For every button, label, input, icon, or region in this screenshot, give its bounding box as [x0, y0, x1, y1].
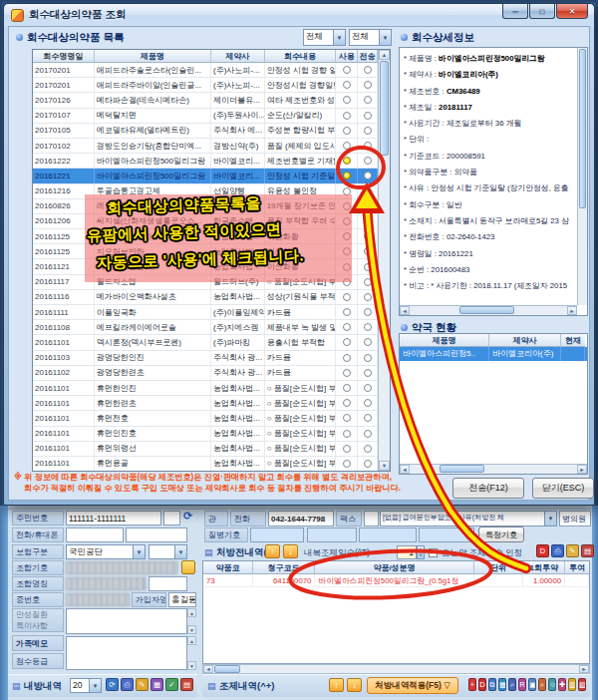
send-radio[interactable]: [364, 202, 372, 210]
recall-row[interactable]: 20170107메덕탈지면(주)두원사이...순도(산/알칼리): [33, 109, 378, 124]
org-phone-field[interactable]: 042-1644-7798: [268, 511, 334, 526]
arrow-up-icon[interactable]: ↑: [265, 544, 280, 558]
send-radio[interactable]: [364, 308, 372, 316]
arrow-up-icon[interactable]: ↑: [329, 678, 344, 692]
add-icon[interactable]: +: [468, 678, 476, 691]
disease-field-1[interactable]: [250, 527, 304, 542]
window-icon[interactable]: ▣: [528, 678, 536, 691]
use-radio[interactable]: [343, 142, 351, 150]
close-button[interactable]: ✕: [556, 4, 588, 19]
rx-hscroll-thumb[interactable]: [214, 665, 240, 673]
send-radio[interactable]: [364, 157, 372, 165]
recall-row[interactable]: 20170126메타파손겔(데속시메타손)제이더블유...여타 제조번호와 성상…: [33, 93, 378, 108]
recall-row[interactable]: 20161102광명당한련초주식회사 광...카드뮴: [33, 366, 378, 381]
scroll-left-icon[interactable]: ◄: [400, 465, 410, 474]
chevron-down-icon[interactable]: ▼: [544, 512, 556, 525]
chronic-textarea[interactable]: [66, 608, 187, 634]
dur-check-icon[interactable]: R: [518, 678, 526, 691]
send-radio[interactable]: [364, 369, 372, 377]
recall-row[interactable]: 20170105에코델타유제(델타메트린)주식회사 에...주성분 함량시험 부…: [33, 124, 378, 139]
disease-field-2[interactable]: [307, 527, 357, 542]
recall-vscroll-thumb[interactable]: [380, 61, 389, 156]
note-icon[interactable]: ✎: [136, 678, 149, 691]
print-icon[interactable]: ⎙: [121, 678, 134, 691]
refresh-icon[interactable]: ⟳: [183, 510, 192, 523]
send-radio[interactable]: [364, 232, 372, 240]
person-icon[interactable]: ☺: [548, 678, 556, 691]
scroll-right-icon[interactable]: ►: [567, 306, 577, 315]
bag-icon[interactable]: ▧: [578, 678, 586, 691]
send-radio[interactable]: [364, 217, 372, 225]
recall-row[interactable]: 20161101휴먼인진호농업회사법...○ 품질[순도시험] 부...: [33, 427, 378, 442]
recall-row[interactable]: 20161101휴먼전호농업회사법...○ 품질[순도시험] 부...: [33, 411, 378, 426]
pharmacy-hscrollbar[interactable]: ◄ ►: [400, 464, 587, 474]
close-esc-button[interactable]: 닫기(ESC): [532, 478, 594, 499]
send-button[interactable]: 전송(F12): [452, 478, 524, 499]
minimize-button[interactable]: ─: [502, 4, 528, 19]
send-radio[interactable]: [364, 384, 372, 392]
filter-combo-2[interactable]: 전체▼: [349, 29, 392, 46]
printer-icon[interactable]: ⎙: [551, 544, 564, 557]
recall-row[interactable]: 20161108에프킬라케이에어로솔(주)지에스켐제품내부 녹 발생 및 ...: [33, 320, 378, 335]
use-radio[interactable]: [343, 399, 351, 407]
insurance-combo[interactable]: 국민공단▼: [66, 544, 146, 559]
use-radio[interactable]: [343, 172, 351, 179]
clipboard-icon[interactable]: ▤: [180, 678, 193, 691]
send-radio[interactable]: [364, 338, 372, 346]
detail-vscroll-thumb[interactable]: [579, 49, 586, 208]
recall-row[interactable]: 20161101휴먼용골농업회사법...○ 품질[순도시험] 부...: [33, 457, 378, 471]
send-radio[interactable]: [364, 142, 372, 150]
recall-row[interactable]: 20161101휴먼한인진농업회사법...○ 품질[순도시험] 부...: [33, 381, 378, 396]
detail-hscroll-thumb[interactable]: [459, 306, 514, 314]
apply-rx-button[interactable]: 처방내역적용(F5) ▽: [367, 677, 458, 694]
recall-vscrollbar[interactable]: ▲ ▼: [378, 50, 390, 471]
chevron-down-icon[interactable]: ▼: [89, 679, 101, 692]
chevron-down-icon[interactable]: ▼: [379, 30, 391, 45]
scroll-right-icon[interactable]: ►: [577, 465, 587, 474]
recall-row[interactable]: 20161103광명당한인진주식회사 광...카드뮴: [33, 351, 378, 366]
scroll-up-icon[interactable]: ▲: [379, 50, 390, 60]
note-icon[interactable]: [181, 560, 195, 574]
use-radio[interactable]: [343, 112, 351, 120]
recall-row[interactable]: 20161222바이엘아스피린정500밀리그람바이엘코리...제조번호별로 기재…: [33, 154, 378, 169]
use-radio[interactable]: [343, 308, 351, 316]
send-radio[interactable]: [364, 430, 372, 438]
recall-row[interactable]: 20170201애피드라주솔로스타(인슐린...(주)사노피-...안정성 시험…: [33, 63, 378, 78]
use-radio[interactable]: [343, 81, 351, 89]
send-radio[interactable]: [364, 414, 372, 422]
chevron-down-icon[interactable]: ▼: [133, 545, 145, 558]
arrow-down-icon[interactable]: ↓: [283, 544, 298, 558]
send-radio[interactable]: [364, 399, 372, 407]
jumin-field[interactable]: 111111-1111111: [66, 511, 161, 525]
use-radio[interactable]: [343, 414, 351, 422]
visit-count-combo[interactable]: 20▼: [70, 678, 102, 693]
recall-row[interactable]: 20170201애피드라주바이알(인슐린글...(주)사노피-...안정성시험 …: [33, 78, 378, 93]
memo-icon[interactable]: ✎: [566, 544, 579, 557]
use-radio[interactable]: [343, 430, 351, 438]
scroll-left-icon[interactable]: ◄: [400, 306, 410, 315]
cert-number-field-redacted[interactable]: [66, 593, 130, 606]
refresh-icon[interactable]: ⟳: [106, 678, 119, 691]
arrow-down-icon[interactable]: ↓: [347, 678, 362, 692]
filter-combo-1[interactable]: 전체▼: [303, 29, 346, 46]
scroll-up-icon[interactable]: ▲: [187, 608, 196, 617]
recall-row[interactable]: 20161101덱시론정(덱시부프로펜)(주)파마킹용출시험 부적합: [33, 335, 378, 350]
edit-icon[interactable]: ✓: [165, 678, 178, 691]
union-name-field-2[interactable]: [149, 576, 187, 591]
send-radio[interactable]: [364, 445, 372, 453]
use-radio[interactable]: [343, 323, 351, 331]
recall-row[interactable]: 20161101휴먼위령선농업회사법...○ 품질[순도시험] 부...: [33, 442, 378, 457]
scroll-up-icon[interactable]: ▲: [187, 636, 196, 645]
phone-field-1[interactable]: [66, 527, 124, 542]
scroll-down-icon[interactable]: ▼: [379, 461, 390, 471]
detail-hscrollbar[interactable]: ◄ ►: [400, 305, 577, 315]
stepper-arrows-icon[interactable]: ▲▼: [417, 545, 425, 559]
grid-icon[interactable]: ▦: [498, 678, 506, 691]
user-search-icon[interactable]: ⌕: [538, 678, 546, 691]
use-radio[interactable]: [343, 354, 351, 362]
send-radio[interactable]: [364, 354, 372, 362]
book-icon[interactable]: ▥: [568, 678, 576, 691]
recall-row[interactable]: 20161116메가바이오백화사설초농업회사법...성상(기원식물 부적합): [33, 290, 378, 305]
chevron-down-icon[interactable]: ▼: [333, 30, 345, 45]
family-memo-textarea[interactable]: [66, 636, 187, 670]
